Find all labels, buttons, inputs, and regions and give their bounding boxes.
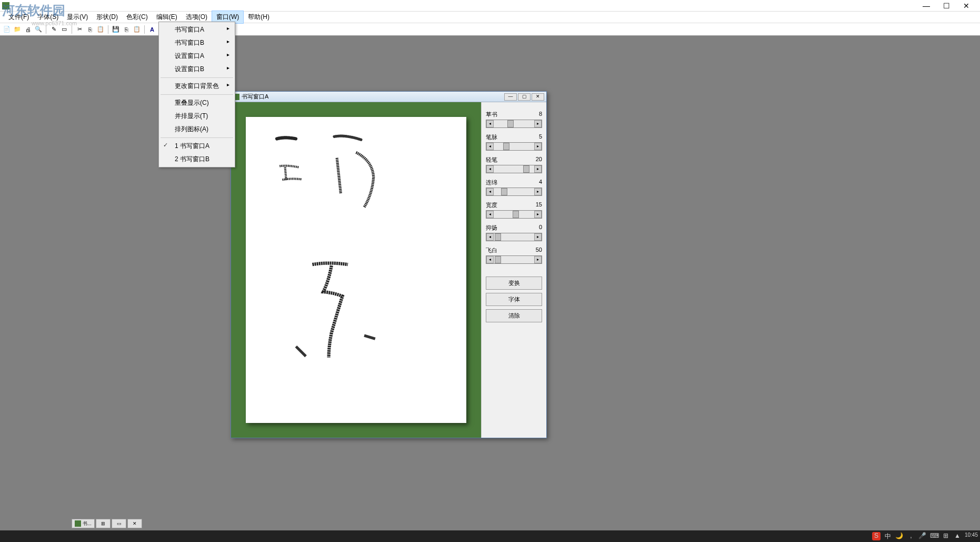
toolbar: 📄 📁 🖨 🔍 ✎ ▭ ✂ ⎘ 📋 💾 ⎘ 📋 A B	[0, 23, 980, 36]
slider-left-arrow[interactable]: ◂	[486, 233, 494, 241]
slider-track[interactable]: ◂ ▸	[486, 142, 542, 151]
menu-color[interactable]: 色彩(C)	[122, 11, 152, 23]
tray-clock[interactable]: 10:45	[965, 532, 978, 540]
mdi-close-button[interactable]: ✕	[127, 519, 142, 528]
slider-left-arrow[interactable]: ◂	[486, 143, 494, 150]
menu-file[interactable]: 文件(F)	[4, 11, 33, 23]
menu-item-11[interactable]: 1 书写窗口A✓	[160, 140, 234, 153]
slider-thumb[interactable]	[495, 256, 501, 263]
tb-open-icon[interactable]: 📁	[13, 25, 22, 34]
mdi-cascade-button[interactable]: ⊞	[96, 519, 111, 528]
menu-item-8[interactable]: 并排显示(T)	[160, 110, 234, 123]
tb-paste2-icon[interactable]: 📋	[132, 25, 142, 34]
slider-track[interactable]: ◂ ▸	[486, 255, 542, 264]
drawing-canvas[interactable]	[246, 117, 466, 423]
slider-label: 飞白	[486, 247, 497, 254]
menu-item-3[interactable]: 设置窗口B	[160, 63, 234, 76]
slider-6: 飞白 50 ◂ ▸	[486, 247, 542, 264]
mdi-tab-writing-a[interactable]: 书...	[72, 519, 95, 528]
menubar: 文件(F) 字体(S) 显示(V) 形状(D) 色彩(C) 编辑(E) 选项(O…	[0, 12, 980, 23]
slider-2: 轻笔 20 ◂ ▸	[486, 156, 542, 173]
slider-right-arrow[interactable]: ▸	[534, 211, 542, 218]
parameter-panel: 草书 8 ◂ ▸ 笔脉 5 ◂ ▸ 轻笔 20 ◂ ▸ 连绵 4	[481, 102, 546, 438]
clear-button[interactable]: 清除	[486, 309, 542, 322]
slider-right-arrow[interactable]: ▸	[534, 165, 542, 173]
menu-shape[interactable]: 形状(D)	[92, 11, 122, 23]
slider-left-arrow[interactable]: ◂	[486, 211, 494, 218]
maximize-button[interactable]: ☐	[941, 2, 952, 10]
ime-icon[interactable]: S	[872, 532, 881, 540]
menu-item-7[interactable]: 重叠显示(C)	[160, 96, 234, 110]
tb-new-icon[interactable]: 📄	[2, 25, 12, 34]
mdi-tile-button[interactable]: ▭	[112, 519, 126, 528]
close-button[interactable]: ✕	[961, 2, 972, 10]
os-taskbar: S 中 🌙 , 🎤 ⌨ ⊞ ▲ 10:45	[0, 530, 980, 542]
slider-right-arrow[interactable]: ▸	[534, 143, 542, 150]
slider-right-arrow[interactable]: ▸	[534, 188, 542, 195]
menu-help[interactable]: 帮助(H)	[244, 11, 274, 23]
menu-item-0[interactable]: 书写窗口A	[160, 23, 234, 36]
slider-right-arrow[interactable]: ▸	[534, 233, 542, 241]
child-maximize-button[interactable]: ▢	[518, 93, 531, 101]
tb-copy-icon[interactable]: ⎘	[85, 25, 95, 34]
tb-sep	[72, 25, 72, 34]
tray-mic-icon[interactable]: 🎤	[918, 532, 927, 540]
slider-value: 20	[536, 156, 542, 164]
slider-thumb[interactable]	[523, 165, 529, 173]
slider-1: 笔脉 5 ◂ ▸	[486, 133, 542, 151]
slider-track[interactable]: ◂ ▸	[486, 165, 542, 173]
child-minimize-button[interactable]: —	[504, 93, 517, 101]
menu-separator	[161, 77, 233, 78]
menu-item-9[interactable]: 排列图标(A)	[160, 123, 234, 136]
tb-window-icon[interactable]: ▭	[59, 25, 69, 34]
tb-save-icon[interactable]: 💾	[111, 25, 121, 34]
convert-button[interactable]: 变换	[486, 277, 542, 290]
tray-night-icon[interactable]: 🌙	[895, 532, 904, 540]
slider-track[interactable]: ◂ ▸	[486, 210, 542, 219]
slider-thumb[interactable]	[507, 120, 514, 127]
tb-copy2-icon[interactable]: ⎘	[122, 25, 131, 34]
writing-window-a: 书写窗口A — ▢ ✕	[231, 91, 547, 438]
slider-label: 笔脉	[486, 133, 497, 141]
slider-thumb[interactable]	[503, 143, 509, 150]
slider-left-arrow[interactable]: ◂	[486, 165, 494, 173]
tray-up-icon[interactable]: ▲	[953, 532, 962, 540]
slider-left-arrow[interactable]: ◂	[486, 188, 494, 195]
slider-label: 轻笔	[486, 156, 497, 164]
slider-value: 0	[539, 224, 542, 232]
slider-thumb[interactable]	[501, 188, 507, 195]
slider-right-arrow[interactable]: ▸	[534, 256, 542, 263]
menu-item-5[interactable]: 更改窗口背景色	[160, 80, 234, 93]
tray-keyboard-icon[interactable]: ⌨	[930, 532, 938, 540]
tb-cut-icon[interactable]: ✂	[75, 25, 84, 34]
slider-thumb[interactable]	[513, 211, 519, 218]
slider-left-arrow[interactable]: ◂	[486, 256, 494, 263]
tb-print-icon[interactable]: 🖨	[23, 25, 33, 34]
child-close-button[interactable]: ✕	[532, 93, 544, 101]
tray-lang-icon[interactable]: 中	[884, 532, 892, 540]
tray-comma-icon[interactable]: ,	[907, 532, 915, 540]
tb-format-a-icon[interactable]: A	[147, 25, 157, 34]
menu-item-12[interactable]: 2 书写窗口B	[160, 153, 234, 166]
slider-track[interactable]: ◂ ▸	[486, 188, 542, 196]
slider-right-arrow[interactable]: ▸	[534, 120, 542, 127]
tb-pencil-icon[interactable]: ✎	[49, 25, 58, 34]
window-menu-dropdown: 书写窗口A书写窗口B设置窗口A设置窗口B更改窗口背景色重叠显示(C)并排显示(T…	[158, 22, 235, 167]
slider-track[interactable]: ◂ ▸	[486, 233, 542, 241]
menu-font[interactable]: 字体(S)	[33, 11, 63, 23]
font-button[interactable]: 字体	[486, 293, 542, 306]
tray-grid-icon[interactable]: ⊞	[942, 532, 950, 540]
tb-search-icon[interactable]: 🔍	[34, 25, 43, 34]
minimize-button[interactable]: —	[921, 2, 932, 10]
slider-value: 15	[536, 201, 542, 209]
slider-left-arrow[interactable]: ◂	[486, 120, 494, 127]
menu-item-1[interactable]: 书写窗口B	[160, 36, 234, 50]
child-titlebar[interactable]: 书写窗口A — ▢ ✕	[231, 92, 546, 102]
tb-paste-icon[interactable]: 📋	[96, 25, 105, 34]
main-titlebar: — ☐ ✕	[0, 0, 980, 12]
menu-item-2[interactable]: 设置窗口A	[160, 50, 234, 63]
canvas-frame	[231, 102, 481, 438]
menu-view[interactable]: 显示(V)	[63, 11, 92, 23]
slider-track[interactable]: ◂ ▸	[486, 120, 542, 128]
slider-thumb[interactable]	[495, 233, 501, 241]
